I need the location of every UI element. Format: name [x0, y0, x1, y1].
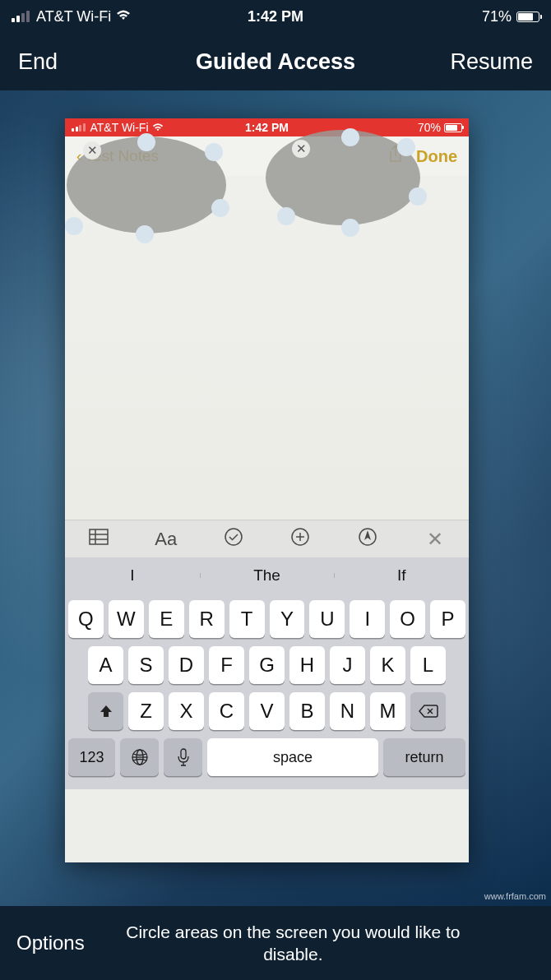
check-circle-icon[interactable]: [200, 527, 267, 552]
key-p[interactable]: P: [430, 600, 465, 638]
key-b[interactable]: B: [289, 692, 325, 730]
mask-handle[interactable]: [211, 199, 229, 217]
key-s[interactable]: S: [128, 646, 164, 684]
app-preview[interactable]: AT&T Wi-Fi 1:42 PM 70% ‹ Test Notes Done…: [65, 118, 469, 862]
key-j[interactable]: J: [330, 646, 365, 684]
inner-time: 1:42 PM: [245, 121, 289, 134]
key-c[interactable]: C: [209, 692, 244, 730]
key-q[interactable]: Q: [68, 600, 104, 638]
globe-key[interactable]: [120, 738, 159, 776]
key-i[interactable]: I: [350, 600, 385, 638]
mask-handle[interactable]: [409, 187, 427, 206]
inner-carrier: AT&T Wi-Fi: [90, 121, 149, 134]
done-button[interactable]: Done: [416, 147, 457, 166]
outer-status-bar: AT&T Wi-Fi 1:42 PM 71%: [0, 0, 551, 33]
inner-status-bar: AT&T Wi-Fi 1:42 PM 70%: [65, 118, 469, 136]
notes-toolbar: Aa ✕: [65, 520, 469, 557]
draw-icon[interactable]: [334, 527, 401, 552]
wifi-icon: [152, 121, 164, 134]
key-m[interactable]: M: [370, 692, 405, 730]
inner-battery-percent: 70%: [418, 121, 441, 134]
guided-access-nav: End Guided Access Resume: [0, 33, 551, 90]
carrier-label: AT&T Wi-Fi: [36, 8, 111, 25]
backspace-key[interactable]: [410, 692, 446, 730]
svg-rect-0: [90, 529, 108, 544]
svg-point-4: [225, 529, 242, 545]
key-y[interactable]: Y: [270, 600, 305, 638]
mask-handle[interactable]: [136, 225, 154, 243]
suggestion-bar: I The If: [65, 557, 469, 594]
close-icon[interactable]: ✕: [401, 528, 469, 551]
keyboard: Q W E R T Y U I O P A S D F G H J K L Z …: [65, 594, 469, 789]
signal-icon: [72, 123, 86, 132]
watermark: www.frfam.com: [484, 891, 546, 901]
mask-handle[interactable]: [205, 143, 223, 161]
mask-handle[interactable]: [397, 138, 415, 156]
nav-title: Guided Access: [196, 49, 355, 75]
format-button[interactable]: Aa: [132, 529, 200, 550]
suggestion-2[interactable]: The: [200, 566, 335, 585]
mask-close-icon[interactable]: ✕: [83, 141, 101, 159]
key-f[interactable]: F: [209, 646, 244, 684]
suggestion-1[interactable]: I: [65, 566, 200, 585]
key-g[interactable]: G: [249, 646, 285, 684]
space-key[interactable]: space: [207, 738, 378, 776]
key-r[interactable]: R: [189, 600, 225, 638]
resume-button[interactable]: Resume: [450, 49, 533, 75]
key-v[interactable]: V: [249, 692, 285, 730]
mask-close-icon[interactable]: ✕: [292, 140, 310, 158]
plus-circle-icon[interactable]: [266, 527, 334, 552]
mask-handle[interactable]: [137, 133, 155, 151]
mic-key[interactable]: [164, 738, 202, 776]
key-n[interactable]: N: [330, 692, 365, 730]
key-h[interactable]: H: [289, 646, 325, 684]
mask-handle[interactable]: [65, 217, 83, 235]
svg-rect-14: [181, 749, 186, 759]
battery-percent: 71%: [482, 8, 512, 25]
options-button[interactable]: Options: [16, 931, 85, 955]
key-o[interactable]: O: [390, 600, 425, 638]
key-k[interactable]: K: [370, 646, 405, 684]
mask-handle[interactable]: [277, 207, 295, 225]
key-l[interactable]: L: [410, 646, 446, 684]
battery-icon: [444, 123, 462, 132]
bottom-bar: Options Circle areas on the screen you w…: [0, 906, 551, 980]
key-a[interactable]: A: [88, 646, 123, 684]
wifi-icon: [116, 8, 131, 25]
key-e[interactable]: E: [149, 600, 184, 638]
numbers-key[interactable]: 123: [68, 738, 115, 776]
battery-icon: [516, 12, 539, 22]
key-w[interactable]: W: [109, 600, 144, 638]
mask-handle[interactable]: [341, 219, 359, 237]
key-u[interactable]: U: [309, 600, 345, 638]
status-time: 1:42 PM: [248, 8, 303, 25]
key-x[interactable]: X: [169, 692, 204, 730]
hint-text: Circle areas on the screen you would lik…: [101, 921, 535, 966]
key-d[interactable]: D: [169, 646, 204, 684]
return-key[interactable]: return: [383, 738, 465, 776]
table-icon[interactable]: [65, 529, 132, 550]
mask-handle[interactable]: [341, 128, 359, 146]
end-button[interactable]: End: [18, 49, 58, 75]
key-z[interactable]: Z: [128, 692, 164, 730]
key-t[interactable]: T: [229, 600, 265, 638]
suggestion-3[interactable]: If: [334, 566, 469, 585]
shift-key[interactable]: [88, 692, 123, 730]
signal-icon: [12, 11, 30, 22]
